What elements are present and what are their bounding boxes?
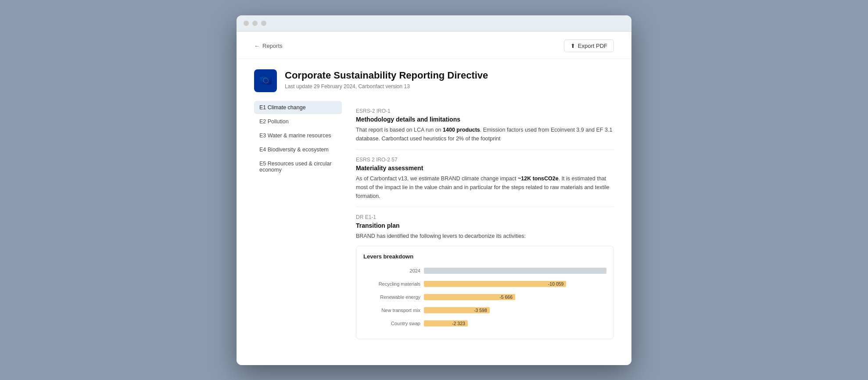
page-title: Corporate Sustainability Reporting Direc… bbox=[285, 69, 488, 82]
bar-country-value: -2 323 bbox=[452, 321, 465, 326]
browser-chrome bbox=[237, 15, 631, 32]
divider-1 bbox=[356, 149, 614, 150]
sidebar-item-e2[interactable]: E2 Pollution bbox=[254, 115, 342, 128]
chart-row-2024: 2024 bbox=[363, 266, 606, 276]
browser-dot-2 bbox=[252, 21, 258, 26]
back-label: Reports bbox=[262, 43, 283, 49]
chart-bar-area-transport: -3 598 bbox=[424, 305, 606, 315]
section2-text1: As of Carbonfact v13, we estimate BRAND … bbox=[356, 176, 518, 182]
sidebar-item-e1[interactable]: E1 Climate change bbox=[254, 101, 342, 114]
chart-label-transport: New transport mix bbox=[363, 308, 420, 313]
chart-label-renewable: Renewable energy bbox=[363, 294, 420, 300]
section1-bold1: 1400 products bbox=[443, 127, 480, 133]
chart-bar-area-2024 bbox=[424, 266, 606, 276]
export-label: Export PDF bbox=[578, 43, 607, 49]
divider-2 bbox=[356, 207, 614, 207]
bar-renewable: -5 666 bbox=[424, 294, 515, 300]
page-subtitle: Last update 29 February 2024, Carbonfact… bbox=[285, 83, 488, 90]
chart-row-country: Country swap -2 323 bbox=[363, 319, 606, 328]
eu-logo: 🇪🇺 bbox=[254, 69, 277, 92]
section1-label: ESRS-2 IRO-1 bbox=[356, 108, 614, 114]
main-content: ESRS-2 IRO-1 Methodology details and lim… bbox=[356, 101, 614, 339]
section2-label: ESRS 2 IRO-2 57 bbox=[356, 157, 614, 163]
sidebar-item-e4[interactable]: E4 Biodiversity & ecosystem bbox=[254, 143, 342, 156]
export-icon: ⬆ bbox=[570, 43, 575, 49]
bar-2024 bbox=[424, 268, 606, 274]
section2-text: As of Carbonfact v13, we estimate BRAND … bbox=[356, 174, 614, 201]
back-arrow-icon: ← bbox=[254, 43, 260, 49]
main-layout: E1 Climate change E2 Pollution E3 Water … bbox=[237, 101, 631, 352]
bar-country: -2 323 bbox=[424, 320, 468, 326]
section2-title: Materiality assessment bbox=[356, 165, 614, 172]
chart-row-recycling: Recycling materials -10 059 bbox=[363, 279, 606, 289]
section1-title: Methodology details and limitations bbox=[356, 116, 614, 123]
chart-label-2024: 2024 bbox=[363, 268, 420, 273]
chart-row-transport: New transport mix -3 598 bbox=[363, 305, 606, 315]
chart-row-renewable: Renewable energy -5 666 bbox=[363, 292, 606, 302]
browser-dot-3 bbox=[261, 21, 266, 26]
chart-label-recycling: Recycling materials bbox=[363, 281, 420, 287]
chart-bar-area-recycling: -10 059 bbox=[424, 279, 606, 289]
bar-transport-value: -3 598 bbox=[474, 308, 487, 313]
section3-text: BRAND has identified the following lever… bbox=[356, 232, 614, 240]
sidebar-e5-label: E5 Resources used & circular economy bbox=[259, 161, 332, 173]
sidebar-item-e3[interactable]: E3 Water & marine resources bbox=[254, 129, 342, 142]
section2-bold1: ~12K tonsCO2e bbox=[518, 176, 559, 182]
sidebar-e1-label: E1 Climate change bbox=[259, 104, 306, 111]
chart-bar-area-country: -2 323 bbox=[424, 319, 606, 328]
bar-recycling-value: -10 059 bbox=[548, 281, 564, 287]
sidebar-e3-label: E3 Water & marine resources bbox=[259, 133, 331, 139]
section1-text: That report is based on LCA run on 1400 … bbox=[356, 125, 614, 143]
top-bar: ← Reports ⬆ Export PDF bbox=[237, 32, 631, 59]
page-content: ← Reports ⬆ Export PDF 🇪🇺 Corporate Sust… bbox=[237, 32, 631, 365]
header-section: 🇪🇺 Corporate Sustainability Reporting Di… bbox=[237, 59, 631, 101]
levers-chart: Levers breakdown 2024 Recycling material… bbox=[356, 246, 614, 339]
export-pdf-button[interactable]: ⬆ Export PDF bbox=[564, 39, 614, 52]
sidebar-e2-label: E2 Pollution bbox=[259, 118, 289, 125]
eu-stars-icon: 🇪🇺 bbox=[260, 75, 272, 86]
bar-recycling: -10 059 bbox=[424, 281, 566, 287]
chart-bar-area-renewable: -5 666 bbox=[424, 292, 606, 302]
sidebar-item-e5[interactable]: E5 Resources used & circular economy bbox=[254, 157, 342, 176]
browser-dot-1 bbox=[244, 21, 249, 26]
section3-title: Transition plan bbox=[356, 222, 614, 229]
sidebar: E1 Climate change E2 Pollution E3 Water … bbox=[254, 101, 342, 339]
bar-renewable-value: -5 666 bbox=[499, 294, 513, 300]
bar-transport: -3 598 bbox=[424, 307, 490, 313]
section3-label: DR E1-1 bbox=[356, 214, 614, 220]
browser-window: ← Reports ⬆ Export PDF 🇪🇺 Corporate Sust… bbox=[237, 15, 631, 365]
chart-title: Levers breakdown bbox=[363, 253, 606, 260]
header-text: Corporate Sustainability Reporting Direc… bbox=[285, 69, 488, 90]
chart-label-country: Country swap bbox=[363, 321, 420, 326]
sidebar-e4-label: E4 Biodiversity & ecosystem bbox=[259, 147, 329, 153]
back-link[interactable]: ← Reports bbox=[254, 43, 283, 49]
section1-text1: That report is based on LCA run on bbox=[356, 127, 443, 133]
